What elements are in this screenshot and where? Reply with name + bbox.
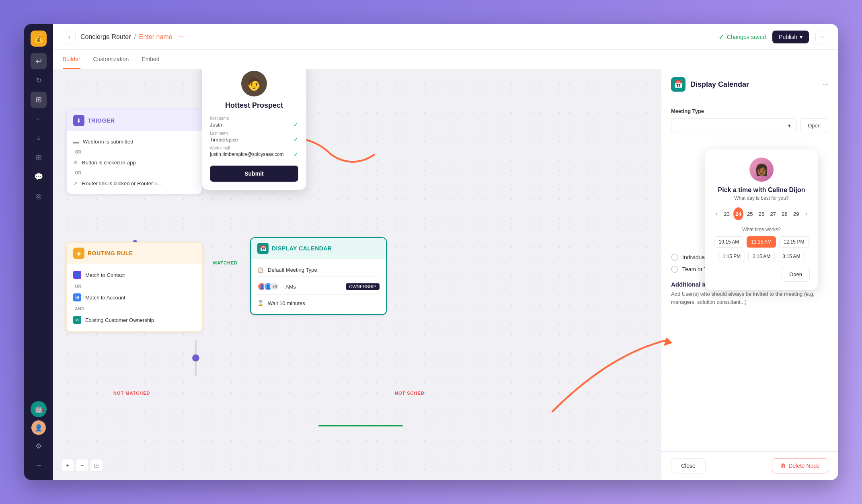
time-315[interactable]: 3:15 AM [778,251,805,262]
calendar-node-icon: 📅 [257,243,269,254]
meeting-type-select[interactable]: ▾ [671,118,797,133]
not-sched-label: NOT SCHED [395,391,425,395]
routing-item-account: ⊞ Match to Account [73,291,195,304]
radio-round-robin-circle [671,266,678,273]
right-panel-title: Display Calendar [690,80,749,89]
invitees-desc: Add User(s) who should always be invited… [671,290,828,306]
sidebar-icon-filter[interactable]: ⊞ [31,150,47,166]
calendar-item-ams: 👤 👤 +8 AMs OWNERSHIP [257,279,380,295]
contact-icon: 👤 [73,271,81,279]
breadcrumb-app-title: Concierge Router [80,33,131,41]
trigger-icon: ⬇ [73,115,84,126]
right-panel-more-button[interactable]: ··· [822,80,828,89]
calendar-item-wait: ⌛ Wait 10 minutes [257,297,380,309]
more-options-button[interactable]: ··· [815,31,828,43]
header: ‹ Concierge Router / Enter name → ✓ Chan… [53,24,838,50]
trigger-item-router: ↗ Router link is clicked or Router li... [73,178,195,189]
prospect-field-email: Work email justin.timberspice@spicysaas.… [210,146,298,158]
email-value-row: justin.timberspice@spicysaas.com ✓ [210,151,298,158]
lastname-value: Timberspice [210,137,238,143]
publish-chevron-icon: ▾ [800,34,802,40]
picker-open-button[interactable]: Open [782,267,810,282]
right-panel-header: 📅 Display Calendar ··· [661,69,838,100]
picker-date-subtitle: What day is best for you? [713,195,810,201]
canvas-controls: + − ⊡ [61,459,103,472]
tab-builder[interactable]: Builder [63,50,80,69]
back-button[interactable]: ‹ [63,31,76,43]
date-cell-28[interactable]: 28 [780,207,790,220]
date-cell-25[interactable]: 25 [745,207,755,220]
delete-label: Delete Node [788,463,820,469]
default-meeting-icon: 📋 [257,267,264,273]
time-1215[interactable]: 12:15 PM [779,236,809,248]
firstname-value-row: Justin ✓ [210,121,298,128]
date-cell-23[interactable]: 23 [722,207,732,220]
sidebar-icon-layers[interactable]: ≡ [31,130,47,146]
or-separator-3: OR [73,284,195,289]
calendar-item-default: 📋 Default Meeting Type [257,264,380,277]
time-1015[interactable]: 10:15 AM [714,236,744,248]
contact-label: Match to Contact [85,272,125,278]
routing-header: ◈ ROUTING RULE [67,243,202,264]
prospect-submit-button[interactable]: Submit [210,166,298,182]
and-separator: AND [73,306,195,311]
wait-label: Wait 10 minutes [268,300,305,306]
right-panel-footer: Close 🗑 Delete Node [661,451,838,480]
time-215[interactable]: 2:15 AM [748,251,775,262]
lastname-label: Last name [210,131,298,135]
display-calendar-node[interactable]: 📅 DISPLAY CALENDAR 📋 Default Meeting Typ… [250,237,387,315]
sidebar-icon-refresh[interactable]: ↻ [31,72,47,88]
meeting-type-row: ▾ Open [671,118,828,133]
trigger-item-button: ✳ Button is clicked in-app [73,157,195,168]
sidebar-icon-drop[interactable]: ◎ [31,188,47,204]
trigger-title: TRIGGER [88,117,115,124]
prospect-field-firstname: First name Justin ✓ [210,116,298,128]
prospect-name: Hottest Prospect [210,101,298,110]
routing-title: ROUTING RULE [88,250,133,256]
breadcrumb-current[interactable]: Enter name [139,33,172,41]
sidebar-icon-bot[interactable]: 🤖 [31,401,47,417]
sidebar-user-avatar[interactable]: 👤 [31,420,46,435]
prospect-field-lastname: Last name Timberspice ✓ [210,131,298,143]
date-cell-24[interactable]: 24 [733,207,743,220]
open-button-1[interactable]: Open [800,118,828,133]
date-next-button[interactable]: › [803,209,810,219]
ams-label: AMs [285,284,296,290]
tab-customization[interactable]: Customization [93,50,129,69]
prospect-popup: 🧑 Hottest Prospect First name Justin ✓ L… [202,69,306,190]
prospect-avatar: 🧑 [241,71,267,96]
sidebar-icon-left[interactable]: ← [31,111,47,127]
email-value: justin.timberspice@spicysaas.com [210,152,284,157]
trigger-item-webform: ▬ Webform is submitted [73,136,195,147]
date-cell-27[interactable]: 27 [768,207,778,220]
firstname-value: Justin [210,122,224,128]
time-115[interactable]: 1:15 PM [718,251,745,262]
sidebar-icon-back[interactable]: ↩ [31,53,47,69]
date-picker-row: ‹ 23 24 25 26 27 28 29 › [713,207,810,220]
breadcrumb: Concierge Router / Enter name → [80,33,185,41]
sidebar-icon-grid[interactable]: ⊞ [31,92,47,108]
zoom-in-button[interactable]: + [61,459,74,472]
or-separator-2: OR [73,170,195,175]
ownership-badge: OWNERSHIP [346,283,380,290]
close-button[interactable]: Close [671,458,706,473]
time-1115[interactable]: 11:15 AM [747,236,776,248]
date-cell-26[interactable]: 26 [757,207,767,220]
trigger-node[interactable]: ⬇ TRIGGER ▬ Webform is submitted OR ✳ Bu… [66,109,203,195]
delete-node-button[interactable]: 🗑 Delete Node [772,458,828,473]
breadcrumb-separator: / [134,33,135,41]
zoom-out-button[interactable]: − [76,459,88,472]
tab-embed[interactable]: Embed [142,50,159,69]
lastname-value-row: Timberspice ✓ [210,136,298,143]
sidebar-icon-settings[interactable]: ⚙ [31,438,47,454]
ams-avatars: 👤 👤 +8 [257,282,279,291]
date-prev-button[interactable]: ‹ [713,209,720,219]
date-cell-29[interactable]: 29 [791,207,801,220]
sidebar-icon-signout[interactable]: → [31,457,47,473]
fit-view-button[interactable]: ⊡ [90,459,103,472]
sidebar-icon-chat[interactable]: 💬 [31,169,47,185]
routing-body: 👤 Match to Contact OR ⊞ Match to Account… [67,264,202,331]
publish-button[interactable]: Publish ▾ [772,31,809,43]
routing-rule-node[interactable]: ◈ ROUTING RULE 👤 Match to Contact OR ⊞ M… [66,242,203,332]
account-icon: ⊞ [73,293,81,301]
